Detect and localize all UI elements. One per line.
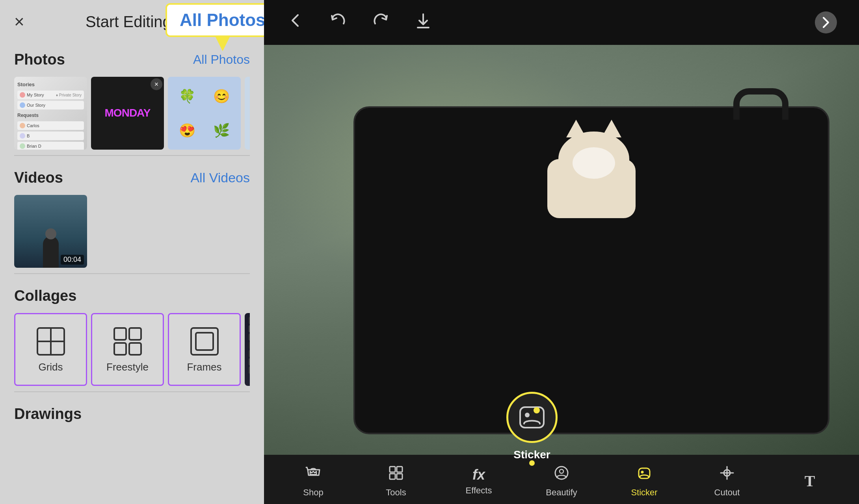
redo-button[interactable] (371, 11, 390, 34)
toolbar-sticker[interactable]: Sticker (621, 464, 668, 498)
all-photos-tooltip: All Photos (165, 3, 264, 37)
drawings-section-title: Drawings (0, 398, 264, 422)
collages-section-title: Collages (14, 287, 76, 304)
collage-frames-label: Frames (187, 361, 221, 373)
svg-rect-12 (520, 407, 544, 428)
divider-1 (14, 155, 250, 156)
sticker-label: Sticker (631, 487, 657, 498)
video-duration: 00:04 (61, 255, 84, 265)
svg-rect-15 (390, 467, 395, 472)
toolbar-items: Shop Tools fx Effects (264, 461, 859, 501)
svg-rect-8 (129, 343, 141, 355)
divider-2 (14, 273, 250, 274)
main-image (264, 45, 859, 455)
photos-section-title: Photos (14, 51, 65, 68)
right-top-bar (264, 0, 859, 45)
effects-icon: fx (472, 467, 485, 483)
toolbar-effects[interactable]: fx Effects (455, 467, 502, 496)
collage-grids[interactable]: Grids (14, 313, 87, 386)
top-bar: × Start Editing All Photos (0, 0, 264, 43)
photos-row: Stories My Story ♦ Private Story Our Sto… (14, 77, 250, 150)
svg-point-20 (560, 469, 563, 473)
photo-close-icon[interactable]: × (151, 78, 162, 90)
text-icon: T (805, 472, 815, 490)
cutout-icon (718, 464, 736, 485)
tools-icon (387, 464, 405, 485)
all-photos-link[interactable]: All Photos (193, 52, 250, 67)
photo-thumb-2[interactable]: MO NDAY × (91, 77, 164, 150)
svg-point-24 (726, 472, 728, 474)
nav-left (286, 11, 433, 34)
photos-section: Photos All Photos Stories My Story ♦ Pri… (0, 43, 264, 150)
videos-section-header: Videos All Videos (14, 169, 250, 186)
svg-rect-10 (196, 333, 213, 350)
collage-freestyle-label: Freestyle (106, 361, 149, 373)
svg-rect-18 (397, 474, 402, 479)
left-panel: × Start Editing All Photos Photos All Ph… (0, 0, 264, 504)
svg-rect-6 (129, 328, 141, 340)
svg-rect-16 (397, 467, 402, 472)
bottom-toolbar: Sticker Shop (264, 455, 859, 504)
cutout-label: Cutout (714, 487, 740, 498)
tooltip-arrow (216, 37, 230, 51)
collage-frames[interactable]: Frames (168, 313, 241, 386)
toolbar-text[interactable]: T (786, 472, 833, 490)
back-button[interactable] (286, 11, 305, 34)
sticker-icon (636, 464, 653, 485)
cat-photo (264, 45, 859, 455)
photo-thumb-1[interactable]: Stories My Story ♦ Private Story Our Sto… (14, 77, 87, 150)
tools-label: Tools (386, 487, 406, 498)
sticker-popup-circle[interactable] (506, 392, 558, 443)
toolbar-shop[interactable]: Shop (290, 464, 337, 498)
page-title: Start Editing (86, 13, 171, 31)
all-photos-label[interactable]: All Photos (165, 3, 264, 37)
collage-photo-partial[interactable] (245, 313, 250, 386)
beautify-icon (553, 464, 570, 485)
videos-row: 00:04 (14, 195, 250, 268)
toolbar-tools[interactable]: Tools (372, 464, 420, 498)
toolbar-beautify[interactable]: Beautify (538, 464, 585, 498)
effects-label: Effects (466, 485, 492, 496)
forward-button[interactable] (815, 11, 837, 33)
beautify-label: Beautify (546, 487, 577, 498)
left-panel-content: Photos All Photos Stories My Story ♦ Pri… (0, 43, 264, 500)
sticker-popup-label: Sticker (513, 448, 550, 461)
collages-section-header: Collages (14, 287, 250, 304)
close-button[interactable]: × (14, 13, 24, 30)
main-image-area (264, 45, 859, 455)
collage-freestyle[interactable]: Freestyle (91, 313, 164, 386)
collages-section: Collages Grids (0, 280, 264, 386)
all-videos-link[interactable]: All Videos (190, 170, 250, 185)
svg-point-22 (641, 471, 644, 474)
svg-point-14 (534, 407, 540, 413)
collage-row: Grids Freestyle (14, 313, 250, 386)
photo-thumb-3[interactable]: 🍀 😊 😍 🌿 (168, 77, 241, 150)
right-panel: Sticker Shop (264, 0, 859, 504)
download-button[interactable] (414, 11, 433, 34)
video-thumb-1[interactable]: 00:04 (14, 195, 87, 268)
photos-section-header: Photos All Photos (14, 51, 250, 68)
shop-label: Shop (303, 487, 323, 498)
toolbar-cutout[interactable]: Cutout (703, 464, 751, 498)
divider-3 (14, 391, 250, 392)
svg-rect-7 (114, 343, 126, 355)
undo-button[interactable] (329, 11, 348, 34)
photo-thumb-4[interactable]: 🌸 💛 🌞 ❤️ (245, 77, 250, 150)
sticker-popup: Sticker (506, 392, 558, 461)
svg-rect-5 (114, 328, 126, 340)
videos-section-title: Videos (14, 169, 63, 186)
svg-point-13 (525, 413, 530, 417)
sticker-popup-dot (529, 460, 535, 466)
svg-rect-17 (390, 474, 395, 479)
collage-grids-label: Grids (38, 361, 63, 373)
videos-section: Videos All Videos 00:04 (0, 161, 264, 268)
shop-icon (305, 464, 322, 485)
